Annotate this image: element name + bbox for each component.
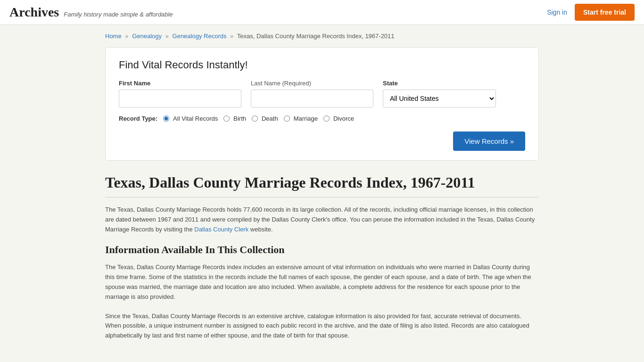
info-section-heading: Information Available In This Collection <box>105 244 539 256</box>
radio-birth-input[interactable] <box>223 115 230 122</box>
first-name-group: First Name <box>119 80 241 107</box>
radio-marriage-input[interactable] <box>284 115 290 122</box>
radio-death: Death <box>252 115 278 122</box>
radio-marriage: Marriage <box>284 115 318 122</box>
first-name-input[interactable] <box>119 90 241 107</box>
state-label: State <box>383 80 496 87</box>
radio-divorce-label[interactable]: Divorce <box>333 115 354 122</box>
site-logo: Archives <box>9 5 59 20</box>
radio-marriage-label[interactable]: Marriage <box>294 115 318 122</box>
dallas-county-clerk-link[interactable]: Dallas County Clerk <box>194 226 248 233</box>
form-fields-row: First Name Last Name (Required) State Al… <box>119 80 525 107</box>
view-records-row: View Records » <box>119 130 525 151</box>
header-left: Archives Family history made simple & af… <box>9 5 173 20</box>
header-right: Sign in Start free trial <box>547 4 635 21</box>
breadcrumb-genealogy-records[interactable]: Genealogy Records <box>173 33 227 40</box>
breadcrumb-sep3: » <box>230 33 233 40</box>
body-paragraph-2: The Texas, Dallas County Marriage Record… <box>105 263 539 302</box>
sign-in-link[interactable]: Sign in <box>547 8 567 16</box>
breadcrumb-genealogy[interactable]: Genealogy <box>132 33 162 40</box>
breadcrumb-sep2: » <box>165 33 169 40</box>
state-select[interactable]: All United States Alabama Alaska Arizona… <box>383 90 496 107</box>
radio-birth-label[interactable]: Birth <box>233 115 246 122</box>
breadcrumb: Home » Genealogy » Genealogy Records » T… <box>105 33 539 40</box>
main-content: Home » Genealogy » Genealogy Records » T… <box>96 25 548 358</box>
view-records-button[interactable]: View Records » <box>453 132 525 151</box>
radio-all-vital: All Vital Records <box>163 115 218 122</box>
page-title: Texas, Dallas County Marriage Records In… <box>105 174 539 191</box>
state-group: State All United States Alabama Alaska A… <box>383 80 496 107</box>
first-name-label: First Name <box>119 80 241 87</box>
search-title: Find Vital Records Instantly! <box>119 59 525 71</box>
search-box: Find Vital Records Instantly! First Name… <box>105 47 539 161</box>
radio-divorce: Divorce <box>323 115 354 122</box>
radio-death-label[interactable]: Death <box>262 115 278 122</box>
radio-all-vital-label[interactable]: All Vital Records <box>173 115 218 122</box>
record-type-row: Record Type: All Vital Records Birth Dea… <box>119 115 525 122</box>
body-paragraph-1: The Texas, Dallas County Marriage Record… <box>105 205 539 234</box>
record-type-label: Record Type: <box>119 115 157 122</box>
last-name-group: Last Name (Required) <box>251 80 373 107</box>
site-header: Archives Family history made simple & af… <box>0 0 644 25</box>
radio-all-vital-input[interactable] <box>163 115 169 122</box>
radio-birth: Birth <box>223 115 246 122</box>
breadcrumb-current: Texas, Dallas County Marriage Records In… <box>237 33 395 40</box>
start-trial-button[interactable]: Start free trial <box>575 4 635 21</box>
site-tagline: Family history made simple & affordable <box>64 11 173 18</box>
last-name-input[interactable] <box>251 90 373 107</box>
title-divider <box>105 197 539 197</box>
body-paragraph-3: Since the Texas, Dallas County Marriage … <box>105 312 539 341</box>
breadcrumb-home[interactable]: Home <box>105 33 122 40</box>
breadcrumb-sep1: » <box>125 33 128 40</box>
radio-death-input[interactable] <box>252 115 258 122</box>
last-name-label: Last Name (Required) <box>251 80 373 87</box>
radio-divorce-input[interactable] <box>323 115 330 122</box>
